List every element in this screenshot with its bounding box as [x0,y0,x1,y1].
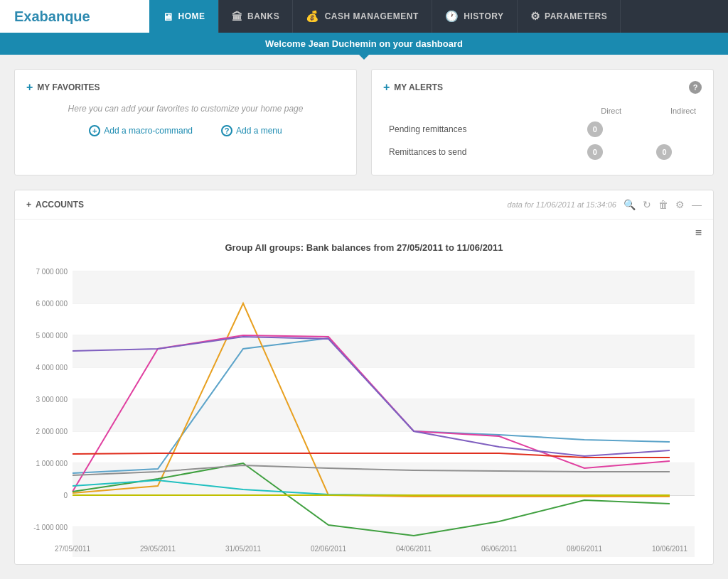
add-menu-button[interactable]: ? Add a menu [221,125,282,136]
add-menu-icon: ? [221,125,232,136]
svg-text:3 000 000: 3 000 000 [36,396,68,404]
chart-area: ≡ Group All groups: Bank balances from 2… [15,220,713,564]
alerts-remittances-indirect: 0 [627,141,702,163]
accounts-title: ACCOUNTS [36,200,84,210]
alerts-col-label [383,104,563,118]
welcome-message: Welcome Jean Duchemin on your dashboard [265,38,463,49]
favorites-plus-icon: + [26,81,33,94]
chart-container: 7 000 000 6 000 000 5 000 000 4 000 000 … [26,259,702,557]
cash-icon: 💰 [306,10,320,23]
favorites-header: + MY FAVORITES [26,81,345,94]
alerts-title: MY ALERTS [394,82,443,92]
svg-text:08/06/2011: 08/06/2011 [567,545,602,553]
accounts-plus-icon: + [26,200,31,210]
svg-text:31/05/2011: 31/05/2011 [225,545,261,553]
favorites-hint: Here you can add your favorites to custo… [26,104,345,114]
pending-direct-badge: 0 [587,121,603,137]
hamburger-icon[interactable]: ≡ [26,227,702,239]
svg-text:6 000 000: 6 000 000 [36,300,68,308]
search-icon[interactable]: 🔍 [623,199,636,210]
accounts-panel: + ACCOUNTS data for 11/06/2011 at 15:34:… [14,190,714,565]
delete-icon[interactable]: 🗑 [658,199,668,210]
svg-text:29/05/2011: 29/05/2011 [140,545,176,553]
add-macro-icon: + [89,125,100,136]
collapse-icon[interactable]: — [692,199,702,210]
svg-text:5 000 000: 5 000 000 [36,332,68,340]
alerts-col-indirect: Indirect [627,104,702,118]
alerts-panel: + MY ALERTS ? Direct Indirect Pending re… [371,69,714,175]
add-macro-label: Add a macro-command [104,126,193,136]
nav-item-banks[interactable]: 🏛 BANKS [219,0,294,33]
svg-text:10/06/2011: 10/06/2011 [652,545,687,553]
remittances-indirect-badge: 0 [656,144,672,160]
nav-label-cash: CASH MANAGEMENT [325,11,419,21]
alerts-header: + MY ALERTS ? [383,81,702,94]
svg-rect-19 [73,335,695,367]
nav-menu: 🖥 HOME 🏛 BANKS 💰 CASH MANAGEMENT 🕐 HISTO… [149,0,621,33]
home-icon: 🖥 [162,11,173,23]
add-menu-label: Add a menu [236,126,282,136]
alerts-plus-icon: + [383,81,390,94]
accounts-header: + ACCOUNTS data for 11/06/2011 at 15:34:… [15,190,713,220]
alerts-remittances-direct: 0 [563,141,627,163]
alerts-pending-label: Pending remittances [383,118,563,141]
svg-text:7 000 000: 7 000 000 [36,268,68,276]
remittances-direct-badge: 0 [587,144,603,160]
svg-text:02/06/2011: 02/06/2011 [311,545,346,553]
alerts-col-direct: Direct [563,104,627,118]
accounts-header-left: + ACCOUNTS [26,200,84,210]
alerts-remittances-label: Remittances to send [383,141,563,163]
nav-label-banks: BANKS [247,11,279,21]
svg-text:06/06/2011: 06/06/2011 [481,545,517,553]
accounts-timestamp: data for 11/06/2011 at 15:34:06 [507,200,616,209]
favorites-actions: + Add a macro-command ? Add a menu [26,125,345,136]
alerts-help-icon[interactable]: ? [689,81,702,94]
nav-item-parameters[interactable]: ⚙ PARAMETERS [518,0,621,33]
top-panels: + MY FAVORITES Here you can add your fav… [14,69,714,175]
nav-item-cash-management[interactable]: 💰 CASH MANAGEMENT [293,0,432,33]
svg-text:1 000 000: 1 000 000 [36,460,68,467]
svg-rect-20 [73,399,695,431]
nav-item-home[interactable]: 🖥 HOME [149,0,219,33]
favorites-panel: + MY FAVORITES Here you can add your fav… [14,69,357,175]
add-macro-button[interactable]: + Add a macro-command [89,125,193,136]
favorites-title: MY FAVORITES [37,82,100,92]
navbar: Exabanque 🖥 HOME 🏛 BANKS 💰 CASH MANAGEME… [0,0,728,33]
chart-title: Group All groups: Bank balances from 27/… [26,242,702,253]
alerts-row-pending: Pending remittances 0 [383,118,702,141]
accounts-header-right: data for 11/06/2011 at 15:34:06 🔍 ↻ 🗑 ⚙ … [507,199,702,210]
banks-icon: 🏛 [232,11,243,23]
history-icon: 🕐 [445,10,459,23]
svg-text:04/06/2011: 04/06/2011 [396,545,432,553]
parameters-icon: ⚙ [530,10,540,23]
brand-logo: Exabanque [0,0,149,33]
svg-rect-18 [73,271,695,303]
svg-text:4 000 000: 4 000 000 [36,364,68,372]
settings-icon[interactable]: ⚙ [675,199,685,210]
nav-label-parameters: PARAMETERS [545,11,607,21]
svg-text:-1 000 000: -1 000 000 [33,524,68,531]
nav-item-history[interactable]: 🕐 HISTORY [432,0,518,33]
nav-label-history: HISTORY [464,11,503,21]
alerts-table: Direct Indirect Pending remittances 0 Re… [383,104,702,163]
main-content: + MY FAVORITES Here you can add your fav… [0,55,728,579]
brand-name: Exabanque [14,9,90,25]
welcome-bar: Welcome Jean Duchemin on your dashboard [0,33,728,55]
refresh-icon[interactable]: ↻ [643,199,651,210]
alerts-pending-indirect [627,118,702,141]
alerts-pending-direct: 0 [563,118,627,141]
svg-text:27/05/2011: 27/05/2011 [55,545,90,553]
svg-text:0: 0 [63,492,68,499]
svg-text:2 000 000: 2 000 000 [36,428,68,435]
alerts-row-remittances: Remittances to send 0 0 [383,141,702,163]
chart-svg: 7 000 000 6 000 000 5 000 000 4 000 000 … [26,259,702,557]
nav-label-home: HOME [178,11,205,21]
